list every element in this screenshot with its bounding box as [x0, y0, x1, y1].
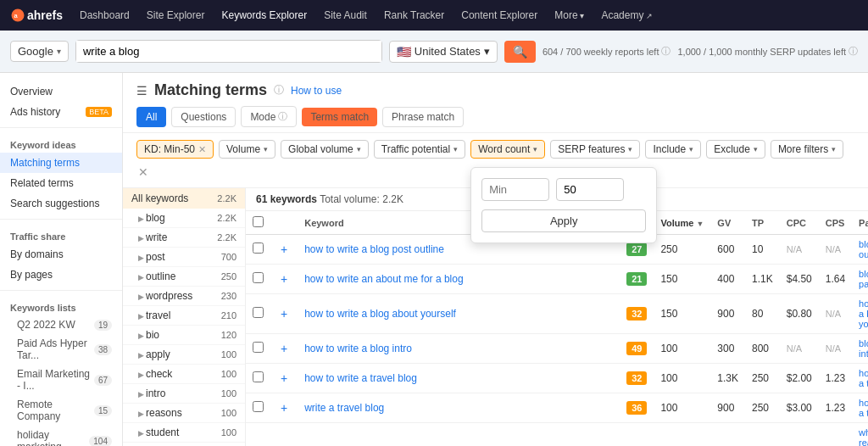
row-checkbox[interactable] [253, 307, 264, 318]
global-volume-filter-chip[interactable]: Global volume ▾ [281, 140, 369, 159]
sidebar-item-q2-2022-kw[interactable]: Q2 2022 KW 19 [0, 315, 122, 334]
add-keyword-button[interactable]: + [277, 272, 291, 286]
nav-keywords-explorer[interactable]: Keywords Explorer [214, 6, 314, 25]
sidebar-item-related-terms[interactable]: Related terms [0, 173, 122, 193]
word-count-min-input[interactable] [481, 178, 549, 201]
col-cps[interactable]: CPS [819, 211, 852, 235]
sidebar-item-ads-history[interactable]: Ads history BETA [0, 102, 122, 122]
sidebar-item-overview[interactable]: Overview [0, 81, 122, 102]
tab-terms-match[interactable]: Terms match [302, 108, 377, 126]
more-filters-chip[interactable]: More filters ▾ [771, 140, 843, 159]
sidebar-item-remote-company[interactable]: Remote Company 15 [0, 395, 122, 426]
row-checkbox[interactable] [253, 371, 264, 382]
keywords-all-row[interactable]: All keywords 2.2K [123, 188, 245, 209]
keyword-link[interactable]: how to write a blog post outline [304, 243, 444, 255]
nav-site-explorer[interactable]: Site Explorer [140, 6, 212, 25]
engine-select[interactable]: Google ▾ [10, 41, 69, 62]
add-keyword-button[interactable]: + [277, 307, 291, 321]
kw-row-wordpress[interactable]: ▶wordpress 230 [123, 287, 245, 306]
country-select[interactable]: 🇺🇸 United States ▾ [389, 41, 498, 63]
search-button[interactable]: 🔍 [504, 41, 536, 63]
parent-topic-link[interactable]: how to write a travel blog [859, 398, 868, 418]
exclude-filter-chip[interactable]: Exclude ▾ [706, 140, 765, 159]
parent-topic-link[interactable]: blog introduction [859, 338, 868, 359]
kw-row-outline[interactable]: ▶outline 250 [123, 267, 245, 287]
kw-row-travel[interactable]: ▶travel 210 [123, 306, 245, 326]
parent-topic-link[interactable]: how to write a blog about yourself [859, 298, 868, 329]
volume-filter-chip[interactable]: Volume ▾ [219, 140, 275, 159]
kw-row-intro[interactable]: ▶intro 100 [123, 384, 245, 404]
word-count-apply-button[interactable]: Apply [481, 209, 646, 232]
row-checkbox[interactable] [253, 342, 264, 353]
nav-dashboard[interactable]: Dashboard [73, 6, 136, 25]
keyword-link[interactable]: how to write a blog about yourself [304, 308, 456, 320]
kw-row-post[interactable]: ▶post 700 [123, 248, 245, 267]
serp-features-filter-chip[interactable]: SERP features ▾ [550, 140, 640, 159]
sidebar-item-search-suggestions[interactable]: Search suggestions [0, 193, 122, 214]
col-cpc[interactable]: CPC [780, 211, 819, 235]
keyword-link[interactable]: write a travel blog [304, 402, 384, 414]
clear-all-filters-button[interactable]: ✕ [136, 164, 150, 181]
kw-row-write[interactable]: ▶write 2.2K [123, 228, 245, 248]
nav-site-audit[interactable]: Site Audit [317, 6, 374, 25]
sidebar-item-holiday-marketing[interactable]: holiday marketing ... 104 [0, 426, 122, 446]
tab-mode[interactable]: Mode ⓘ [241, 106, 297, 127]
tab-questions[interactable]: Questions [171, 107, 236, 127]
kd-filter-remove-icon[interactable]: ✕ [198, 144, 206, 155]
kw-row-apply[interactable]: ▶apply 100 [123, 345, 245, 365]
col-volume[interactable]: Volume ▼ [654, 211, 710, 235]
row-checkbox[interactable] [253, 272, 264, 283]
add-keyword-button[interactable]: + [277, 342, 291, 355]
kw-row-student[interactable]: ▶student 100 [123, 423, 245, 443]
sidebar-item-paid-ads[interactable]: Paid Ads Hyper Tar... 38 [0, 334, 122, 365]
row-checkbox[interactable] [253, 243, 264, 254]
nav-academy[interactable]: Academy [594, 6, 659, 25]
help-icon[interactable]: ⓘ [274, 83, 284, 98]
keyword-link[interactable]: how to write a blog intro [304, 343, 412, 354]
add-keyword-button[interactable]: + [277, 401, 291, 415]
parent-topic-link[interactable]: blog post outline [859, 239, 868, 259]
include-filter-chip[interactable]: Include ▾ [645, 140, 701, 159]
tab-all[interactable]: All [136, 107, 166, 127]
parent-topic-link[interactable]: blog about page [859, 269, 868, 289]
traffic-potential-filter-chip[interactable]: Traffic potential ▾ [374, 140, 465, 159]
weekly-info-icon[interactable]: ⓘ [661, 45, 670, 58]
kw-row-bio[interactable]: ▶bio 120 [123, 326, 245, 345]
kw-row-business[interactable]: ▶business 80 [123, 443, 245, 446]
keyword-link[interactable]: how to write an about me for a blog [304, 273, 463, 285]
gv-cell: 1.3K [710, 364, 745, 393]
gv-cell: 300 [710, 334, 745, 364]
kw-row-check[interactable]: ▶check 100 [123, 365, 245, 384]
menu-icon[interactable]: ☰ [136, 84, 147, 98]
sidebar-item-email-marketing[interactable]: Email Marketing - I... 67 [0, 365, 122, 395]
add-keyword-button[interactable]: + [277, 243, 291, 256]
content-header: ☰ Matching terms ⓘ How to use All Questi… [123, 73, 868, 133]
sidebar-item-by-domains[interactable]: By domains [0, 244, 122, 265]
sidebar-item-matching-terms[interactable]: Matching terms [0, 153, 122, 173]
tab-phrase-match[interactable]: Phrase match [382, 107, 464, 127]
kd-filter-chip[interactable]: KD: Min-50 ✕ [136, 140, 214, 159]
nav-content-explorer[interactable]: Content Explorer [454, 6, 544, 25]
kw-row-reasons[interactable]: ▶reasons 100 [123, 404, 245, 423]
how-to-use-link[interactable]: How to use [291, 85, 342, 97]
col-gv[interactable]: GV [710, 211, 745, 235]
parent-topic-link[interactable]: how to write a travel blog [859, 368, 868, 388]
col-tp[interactable]: TP [745, 211, 780, 235]
add-keyword-button[interactable]: + [277, 371, 291, 385]
search-input[interactable] [76, 41, 381, 62]
nav-more[interactable]: More [548, 6, 591, 25]
parent-topic-link[interactable]: which are reasons a student would write … [859, 427, 868, 446]
row-checkbox[interactable] [253, 401, 264, 412]
kw-row-blog[interactable]: ▶blog 2.2K [123, 209, 245, 228]
nav-rank-tracker[interactable]: Rank Tracker [377, 6, 451, 25]
monthly-info-icon[interactable]: ⓘ [849, 45, 858, 58]
word-count-filter-chip[interactable]: Word count ▾ [470, 140, 545, 159]
sidebar-item-by-pages[interactable]: By pages [0, 265, 122, 285]
select-all-checkbox[interactable] [253, 216, 264, 227]
word-count-max-input[interactable] [556, 178, 624, 201]
sidebar: Overview Ads history BETA Keyword ideas … [0, 73, 123, 446]
volume-cell: 100 [654, 364, 710, 393]
results-table: Keyword KD Volume ▼ GV TP CPC CPS Parent… [246, 211, 868, 446]
page-title: Matching terms [154, 81, 267, 99]
keyword-link[interactable]: how to write a travel blog [304, 372, 417, 384]
